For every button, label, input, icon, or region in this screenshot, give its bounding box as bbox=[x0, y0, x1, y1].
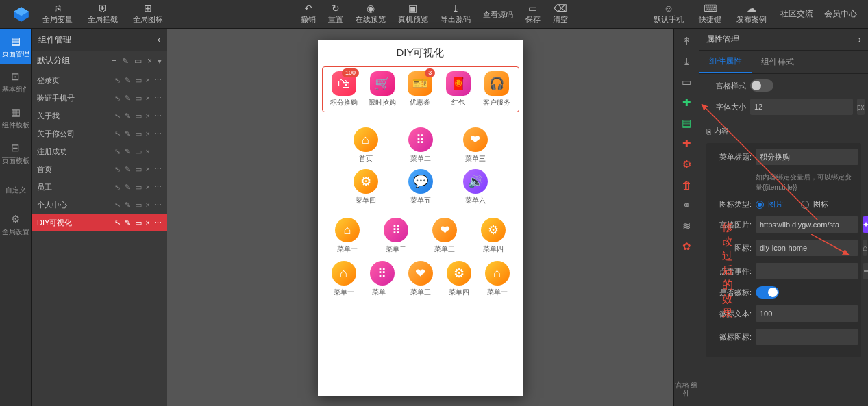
page-tool-6-4[interactable]: ⋯ bbox=[154, 183, 162, 192]
page-tool-6-1[interactable]: ✎ bbox=[125, 183, 131, 192]
top-link-0[interactable]: 社区交流 bbox=[775, 8, 819, 20]
page-tool-6-3[interactable]: × bbox=[146, 183, 150, 192]
top-left-2[interactable]: ⊞全局图标 bbox=[127, 2, 169, 26]
page-tool-0-1[interactable]: ✎ bbox=[125, 76, 131, 85]
page-tool-4-1[interactable]: ✎ bbox=[125, 147, 131, 156]
toolcol-3[interactable]: ✚ bbox=[680, 96, 693, 110]
top-center-5[interactable]: 查看源码 bbox=[478, 2, 519, 26]
badge-toggle[interactable] bbox=[756, 286, 779, 299]
grid-row-2[interactable]: ⌂首页⠿菜单二❤菜单三 bbox=[318, 125, 523, 166]
page-item-7[interactable]: 个人中心⤡✎▭×⋯ bbox=[32, 196, 167, 214]
page-tool-5-0[interactable]: ⤡ bbox=[114, 165, 121, 174]
page-tool-8-3[interactable]: × bbox=[146, 218, 150, 227]
grid-cell[interactable]: 3🎫优惠券 bbox=[401, 71, 440, 107]
group-tool-2[interactable]: ▭ bbox=[134, 56, 142, 66]
page-tool-4-3[interactable]: × bbox=[146, 147, 150, 156]
toolcol-5[interactable]: ✚ bbox=[680, 137, 693, 151]
page-tool-2-0[interactable]: ⤡ bbox=[114, 112, 121, 120]
page-tool-6-0[interactable]: ⤡ bbox=[114, 183, 121, 192]
icon-type-image-label[interactable]: 图片 bbox=[768, 199, 783, 210]
grid-cell[interactable]: 🛒限时抢购 bbox=[363, 71, 401, 107]
icon-type-image-radio[interactable] bbox=[756, 201, 764, 209]
grid-cell[interactable]: ⌂菜单一 bbox=[325, 261, 363, 297]
grid-row-3[interactable]: ⚙菜单四💬菜单五🔊菜单六 bbox=[318, 166, 523, 208]
page-tool-7-1[interactable]: ✎ bbox=[125, 201, 131, 210]
top-left-0[interactable]: ⎘全局变量 bbox=[37, 2, 78, 26]
page-tool-7-2[interactable]: ▭ bbox=[135, 201, 142, 210]
grid-image-picker-button[interactable]: ✦ bbox=[863, 216, 868, 233]
grid-cell[interactable]: ⚙菜单四 bbox=[346, 169, 386, 205]
group-tool-1[interactable]: ✎ bbox=[122, 56, 129, 66]
page-tool-5-3[interactable]: × bbox=[146, 165, 150, 174]
page-item-5[interactable]: 首页⤡✎▭×⋯ bbox=[32, 160, 167, 178]
page-tool-7-4[interactable]: ⋯ bbox=[154, 201, 162, 210]
page-tool-0-0[interactable]: ⤡ bbox=[114, 76, 121, 85]
grid-cell[interactable]: ⚙菜单四 bbox=[473, 218, 513, 254]
props-collapse-icon[interactable]: › bbox=[858, 35, 861, 45]
page-tool-1-2[interactable]: ▭ bbox=[135, 94, 142, 103]
page-item-6[interactable]: 员工⤡✎▭×⋯ bbox=[32, 178, 167, 196]
page-tool-6-2[interactable]: ▭ bbox=[135, 183, 142, 192]
grid-cell[interactable]: ⌂首页 bbox=[346, 127, 386, 164]
grid-image-input[interactable] bbox=[756, 216, 858, 233]
page-tool-8-0[interactable]: ⤡ bbox=[114, 218, 121, 227]
panel-collapse-icon[interactable]: ‹ bbox=[158, 35, 160, 45]
top-center-4[interactable]: ⤓导出源码 bbox=[435, 2, 476, 26]
grid-row-1[interactable]: 100🛍积分换购🛒限时抢购3🎫优惠券🧧红包🎧客户服务 bbox=[322, 66, 519, 112]
page-item-1[interactable]: 验证手机号⤡✎▭×⋯ bbox=[32, 89, 167, 107]
grid-cell[interactable]: ⠿菜单二 bbox=[363, 261, 401, 297]
top-right-1[interactable]: ⌨快捷键 bbox=[693, 2, 727, 26]
page-item-3[interactable]: 关于你公司⤡✎▭×⋯ bbox=[32, 125, 167, 142]
left-tab-1[interactable]: ⊡基本组件 bbox=[0, 64, 31, 100]
top-left-1[interactable]: ⛨全局拦截 bbox=[82, 2, 123, 26]
page-tool-4-2[interactable]: ▭ bbox=[135, 147, 142, 156]
grid-cell[interactable]: ❤菜单三 bbox=[425, 218, 464, 254]
top-right-0[interactable]: ☺默认手机 bbox=[648, 2, 689, 26]
page-item-4[interactable]: 注册成功⤡✎▭×⋯ bbox=[32, 142, 167, 160]
grid-cell[interactable]: 🔊菜单六 bbox=[456, 169, 495, 205]
grid-cell[interactable]: 🧧红包 bbox=[439, 71, 478, 107]
icon-type-icon-radio[interactable] bbox=[801, 201, 809, 209]
toolcol-6[interactable]: ⚙ bbox=[680, 157, 693, 171]
left-tab-4[interactable]: 自定义 bbox=[0, 171, 31, 207]
page-item-8[interactable]: DIY可视化⤡✎▭×⋯ bbox=[32, 214, 167, 231]
left-tab-2[interactable]: ▦组件模板 bbox=[0, 100, 31, 136]
page-tool-4-4[interactable]: ⋯ bbox=[154, 147, 162, 156]
toolcol-4[interactable]: ▤ bbox=[680, 116, 693, 130]
page-item-0[interactable]: 登录页⤡✎▭×⋯ bbox=[32, 71, 167, 89]
grid-row-4[interactable]: ⌂菜单一⠿菜单二❤菜单三⚙菜单四 bbox=[318, 215, 523, 257]
group-tool-0[interactable]: + bbox=[112, 56, 116, 66]
top-link-1[interactable]: 会员中心 bbox=[819, 8, 863, 20]
grid-cell[interactable]: ⌂菜单一 bbox=[327, 218, 367, 254]
toolcol-2[interactable]: ▭ bbox=[680, 75, 693, 89]
props-tab-0[interactable]: 组件属性 bbox=[699, 51, 752, 73]
menu-title-input[interactable] bbox=[756, 149, 858, 165]
page-tool-2-2[interactable]: ▭ bbox=[135, 112, 142, 120]
font-size-input[interactable] bbox=[750, 99, 853, 115]
page-tool-4-0[interactable]: ⤡ bbox=[114, 147, 121, 156]
icon-type-icon-label[interactable]: 图标 bbox=[813, 199, 828, 210]
icon-picker-button[interactable]: ⌂ bbox=[863, 240, 867, 256]
grid-cell[interactable]: 🎧客户服务 bbox=[478, 71, 516, 107]
page-tool-3-4[interactable]: ⋯ bbox=[154, 129, 162, 138]
left-tab-3[interactable]: ⊟页面模板 bbox=[0, 136, 31, 171]
page-tool-1-4[interactable]: ⋯ bbox=[154, 94, 162, 103]
page-tool-0-3[interactable]: × bbox=[146, 76, 150, 85]
toolcol-10[interactable]: ✿ bbox=[680, 240, 693, 253]
page-tool-3-0[interactable]: ⤡ bbox=[114, 129, 121, 138]
page-tool-5-2[interactable]: ▭ bbox=[135, 165, 142, 174]
toolcol-8[interactable]: ⚭ bbox=[680, 199, 693, 212]
page-tool-3-1[interactable]: ✎ bbox=[125, 129, 131, 138]
page-tool-3-3[interactable]: × bbox=[146, 129, 150, 138]
left-tab-0[interactable]: ▤页面管理 bbox=[0, 29, 31, 64]
page-tool-1-3[interactable]: × bbox=[146, 94, 150, 103]
page-tool-5-1[interactable]: ✎ bbox=[125, 165, 131, 174]
toolcol-label[interactable]: 宫格 组件 bbox=[674, 381, 699, 398]
grid-cell[interactable]: ⠿菜单二 bbox=[376, 218, 416, 254]
page-tool-7-0[interactable]: ⤡ bbox=[114, 201, 121, 210]
toolcol-7[interactable]: 🗑 bbox=[680, 178, 693, 192]
grid-cell[interactable]: ❤菜单三 bbox=[456, 127, 495, 164]
toolcol-0[interactable]: ↟ bbox=[680, 34, 693, 48]
top-center-0[interactable]: ↶撤销 bbox=[295, 2, 321, 26]
page-tool-5-4[interactable]: ⋯ bbox=[154, 165, 162, 174]
